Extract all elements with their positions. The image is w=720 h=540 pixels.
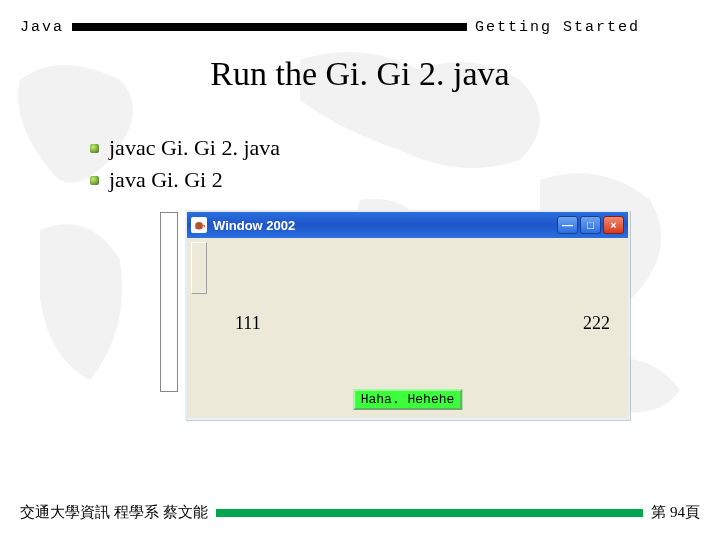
window-titlebar[interactable]: Window 2002 — □ ×: [187, 212, 628, 238]
close-icon: ×: [610, 219, 616, 231]
close-button[interactable]: ×: [603, 216, 624, 234]
java-window: Window 2002 — □ × 111 222 Haha. Hehehe: [185, 210, 630, 420]
window-client-area: 111 222 Haha. Hehehe: [187, 238, 628, 418]
footer-left: 交通大學資訊 程學系 蔡文能: [20, 503, 208, 522]
bullet-icon: [90, 144, 99, 153]
slide-title: Run the Gi. Gi 2. java: [0, 55, 720, 93]
list-item: javac Gi. Gi 2. java: [90, 135, 280, 161]
header-left: Java: [20, 19, 64, 36]
footer-bar: 交通大學資訊 程學系 蔡文能 第 94頁: [20, 503, 700, 522]
bullet-text: javac Gi. Gi 2. java: [109, 135, 280, 161]
panel-box: [191, 242, 207, 294]
label-111: 111: [235, 313, 261, 334]
bullet-icon: [90, 176, 99, 185]
bullet-list: javac Gi. Gi 2. java java Gi. Gi 2: [90, 135, 280, 199]
minimize-button[interactable]: —: [557, 216, 578, 234]
window-title: Window 2002: [213, 218, 557, 233]
minimize-icon: —: [562, 219, 573, 231]
haha-button[interactable]: Haha. Hehehe: [353, 389, 463, 410]
list-item: java Gi. Gi 2: [90, 167, 280, 193]
maximize-icon: □: [587, 219, 594, 231]
java-icon: [191, 217, 207, 233]
maximize-button[interactable]: □: [580, 216, 601, 234]
footer-page: 第 94頁: [651, 503, 700, 522]
header-bar: Java Getting Started: [20, 22, 700, 32]
bullet-text: java Gi. Gi 2: [109, 167, 223, 193]
header-right: Getting Started: [475, 19, 640, 36]
header-rule: [72, 23, 467, 31]
footer-rule: [216, 509, 644, 517]
label-222: 222: [583, 313, 610, 334]
scrollbar-placeholder: [160, 212, 178, 392]
